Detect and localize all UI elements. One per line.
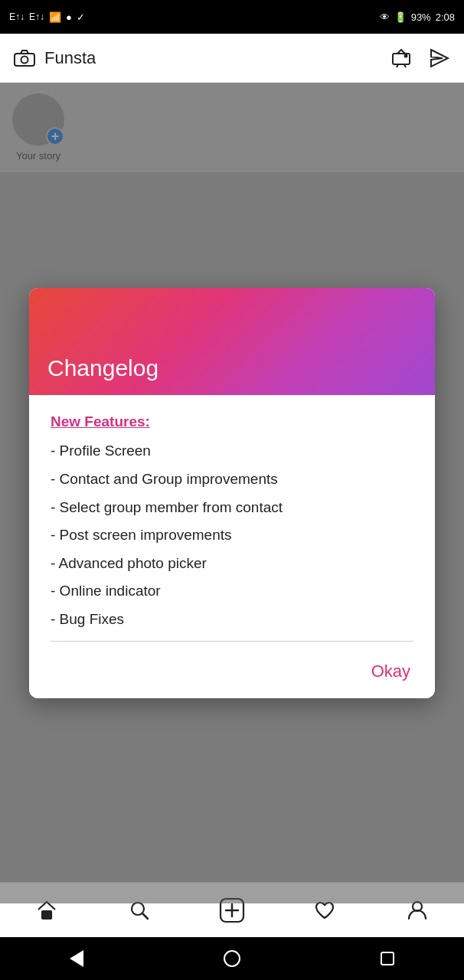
svg-point-1 xyxy=(21,56,28,63)
dialog-overlay: Changelog New Features: - Profile Screen… xyxy=(0,83,464,903)
camera-icon xyxy=(14,47,35,69)
list-item: - Advanced photo picker xyxy=(51,554,413,574)
recents-button[interactable] xyxy=(381,952,394,965)
status-bar: E↑↓ E↑↓ 📶 ● ✓ 👁 🔋 93% 2:08 xyxy=(0,0,464,34)
new-features-label: New Features: xyxy=(51,413,413,430)
main-content: + Your story Changelog New Features: - P… xyxy=(0,83,464,903)
time-display: 2:08 xyxy=(436,11,455,23)
dialog-header: Changelog xyxy=(29,288,435,395)
signal-icon-1: E↑↓ xyxy=(9,11,25,22)
okay-button[interactable]: Okay xyxy=(365,658,417,684)
app-title: Funsta xyxy=(44,48,96,68)
recents-icon xyxy=(381,952,394,965)
home-button[interactable] xyxy=(224,950,240,967)
list-item: - Post screen improvements xyxy=(51,525,413,546)
feature-list: - Profile Screen - Contact and Group imp… xyxy=(51,441,413,629)
list-item: - Select group member from contact xyxy=(51,498,413,518)
home-icon-nav xyxy=(224,950,240,967)
changelog-dialog: Changelog New Features: - Profile Screen… xyxy=(29,288,435,697)
list-item: - Contact and Group improvements xyxy=(51,469,413,490)
app-bar: Funsta xyxy=(0,34,464,83)
back-icon xyxy=(70,950,83,967)
wifi-icon: 📶 xyxy=(49,11,61,23)
status-right: 👁 🔋 93% 2:08 xyxy=(380,11,455,23)
android-nav-bar xyxy=(0,937,464,980)
dialog-body: New Features: - Profile Screen - Contact… xyxy=(29,395,435,648)
status-left-icons: E↑↓ E↑↓ 📶 ● ✓ xyxy=(9,11,85,23)
svg-line-9 xyxy=(142,913,148,919)
list-item: - Profile Screen xyxy=(51,441,413,462)
eye-icon: 👁 xyxy=(380,11,390,23)
send-icon xyxy=(429,47,450,69)
app-bar-left: Funsta xyxy=(12,46,96,70)
svg-rect-0 xyxy=(15,54,34,66)
dialog-footer: Okay xyxy=(29,649,435,698)
tv-icon xyxy=(390,47,412,69)
dialog-title: Changelog xyxy=(47,355,158,381)
back-button[interactable] xyxy=(70,950,83,967)
check-icon: ✓ xyxy=(77,11,85,23)
send-icon-button[interactable] xyxy=(427,46,452,70)
dialog-divider xyxy=(51,641,413,642)
signal-icon-2: E↑↓ xyxy=(29,11,44,22)
tv-icon-button[interactable] xyxy=(389,46,413,70)
app-bar-icons xyxy=(389,46,452,70)
camera-icon-button[interactable] xyxy=(12,46,37,70)
svg-point-5 xyxy=(405,54,407,57)
battery-percent: 93% xyxy=(411,11,431,23)
svg-rect-7 xyxy=(42,911,51,919)
battery-icon: 🔋 xyxy=(394,11,407,23)
dot-icon: ● xyxy=(66,11,72,23)
list-item: - Bug Fixes xyxy=(51,609,413,630)
list-item: - Online indicator xyxy=(51,581,413,602)
svg-marker-6 xyxy=(431,50,448,67)
